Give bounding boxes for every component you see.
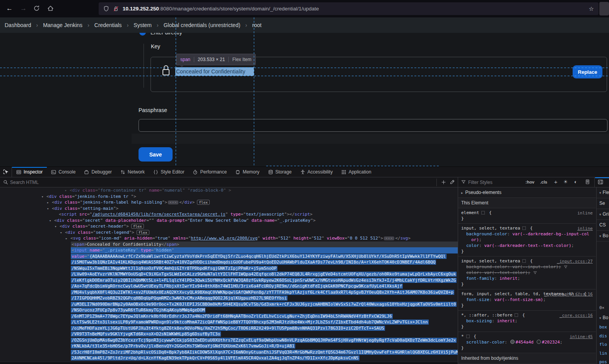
markup-value-line[interactable]: rKNLkbA/t3le35+bHOSe/p7PrbvOv/jlxBenvQY+…: [0, 343, 458, 349]
devtools-tab-performance[interactable]: Performance: [188, 167, 231, 177]
box-model-property[interactable]: flo: [597, 340, 609, 349]
layout-section-row[interactable]: ▾Gri: [597, 209, 609, 220]
devtools-tab-memory[interactable]: Memory: [231, 167, 263, 177]
eyedropper-icon[interactable]: [450, 180, 455, 185]
markup-line[interactable]: ▾<div class="secret-header">flex: [0, 223, 458, 230]
rule-source-link[interactable]: inline:45: [570, 334, 593, 340]
layout-section-row[interactable]: ▾Bo: [597, 231, 609, 242]
rule-selector[interactable]: input, select, textarea: [461, 226, 520, 231]
markup-line[interactable]: ▾<div class="secret" data-placeholder=""…: [0, 218, 458, 224]
pick-element-icon[interactable]: [0, 167, 12, 177]
css-declaration[interactable]: scrollbar-color: #454a4d #202324;: [466, 339, 589, 345]
highlight-selector-icon[interactable]: [522, 259, 526, 263]
markup-value-line[interactable]: /Ao+7qFdcQbimVgROrncCwyldwU5wtUEeyTLFRbj…: [0, 283, 458, 289]
property-name[interactable]: color: [466, 243, 479, 248]
save-button[interactable]: Save: [139, 147, 173, 162]
property-name[interactable]: font-family: [466, 276, 494, 281]
markup-value-line[interactable]: value="{AQAAABAAAAowLrfCrZx9baWliwrtCiwC…: [0, 253, 458, 260]
markup-value-line[interactable]: /I7IGPDQHHMZvobRBZ92QGPcq0BDqUpPQqmRMZc3…: [0, 295, 458, 301]
highlight-selector-icon[interactable]: [515, 313, 518, 317]
markup-value-line[interactable]: /VR9T3TnBeMQFsv9GKlYjvgKTd6Rx+oX+D2sN1WK…: [0, 331, 458, 337]
markup-value-line[interactable]: /MU4vlyqbhX0Fl4Q3u2IWTKl+xv2FUUmXx0EzAQ2…: [0, 289, 458, 296]
radio-icon[interactable]: [139, 33, 146, 36]
pseudo-elements-toggle[interactable]: ▸Pseudo-elements: [458, 187, 596, 198]
rule-selector[interactable]: *: [461, 334, 464, 339]
color-swatch[interactable]: [510, 340, 515, 344]
cls-toggle-button[interactable]: .cls: [540, 180, 547, 184]
css-declaration[interactable]: background-color: var(--darkreader-bg--i…: [466, 231, 589, 243]
markup-line[interactable]: ▸<svg class="icon-md" aria-hidden="true"…: [0, 235, 458, 242]
layout-section-row[interactable]: CS: [597, 220, 609, 231]
markup-line[interactable]: ▸<div class="jenkins-form-label help-sib…: [0, 199, 458, 206]
expand-dots-badge[interactable]: ···: [168, 201, 178, 204]
breadcrumb-item[interactable]: Global credentials (unrestricted): [164, 22, 240, 28]
dark-mode-icon[interactable]: ◐: [574, 179, 577, 185]
markup-line[interactable]: <span>Concealed for Confidentiality</spa…: [0, 242, 458, 248]
toggle-pane-icon[interactable]: [598, 179, 603, 185]
rule-source-link[interactable]: _core.scss:16: [559, 313, 593, 318]
markup-value-line[interactable]: /uM3ELI7Nd090DmrBNp2y0AmOBxOc9e9OrOoc+Tx…: [0, 301, 458, 308]
layout-section-row[interactable]: ▾Fle: [597, 187, 609, 198]
markup-value-line[interactable]: /LVw09+AoEYvzrVKlN7MWYOoUSqD+C9iXGxTgxSL…: [0, 271, 458, 277]
layout-section-row[interactable]: ▾Bo: [597, 313, 609, 323]
hov-toggle-button[interactable]: :hov: [525, 180, 534, 184]
markup-line[interactable]: ▾<div class="form-container tr" name="nu…: [0, 187, 458, 194]
devtools-tab-network[interactable]: Network: [116, 167, 149, 177]
rule-selector[interactable]: input, select, textarea: [461, 259, 520, 264]
flex-badge[interactable]: flex: [197, 200, 210, 205]
filter-styles-input[interactable]: Filter Styles: [468, 180, 493, 185]
highlight-selector-icon[interactable]: [481, 211, 485, 214]
css-declaration[interactable]: font-family: inherit;: [466, 276, 589, 281]
devtools-tab-storage[interactable]: Storage: [264, 167, 296, 177]
markup-value-line[interactable]: /NSWquI5xTmmEBi3NqpWWttJl1q9soOzFV0C4mhQ…: [0, 265, 458, 272]
add-rule-button[interactable]: +: [554, 179, 558, 185]
property-name[interactable]: scrollbar-color: [466, 340, 505, 345]
bookmark-star-icon[interactable]: ☆: [589, 5, 594, 12]
devtools-tab-console[interactable]: Console: [47, 167, 80, 177]
breadcrumb-item[interactable]: Dashboard: [5, 22, 31, 28]
markup-horizontal-scrollbar[interactable]: [0, 362, 458, 364]
markup-value-line[interactable]: /5JcrH8fI0mP8Z+ZoJrziMF2bhpRlvcOSiDq0+Bp…: [0, 349, 458, 355]
rule-source-link[interactable]: inline: [577, 226, 593, 231]
back-icon[interactable]: ←: [6, 5, 13, 12]
markup-line[interactable]: ▾<div class="jenkins-form-item tr ">: [0, 194, 458, 200]
box-model-property[interactable]: box: [597, 323, 609, 332]
property-name[interactable]: box-sizing: [466, 318, 492, 323]
markup-value-line[interactable]: /i5MOTww3b1QNzIAIv41KLKDgsq4WUAS5RBt4OZ7…: [0, 259, 458, 265]
devtools-tab-style-editor[interactable]: Style Editor: [149, 167, 188, 177]
markup-value-line[interactable]: 2AVNMCNCak45l/9PltdJrz+Uq/d+LXcnYfKagEN3…: [0, 355, 458, 361]
print-simulation-icon[interactable]: [585, 179, 590, 184]
css-declaration[interactable]: background-color: var(--input-color);: [466, 264, 589, 270]
markup-line[interactable]: ▾<div class="setting-main">: [0, 206, 458, 212]
markup-line[interactable]: ▾<div class="secret-legend">flex: [0, 230, 458, 236]
breadcrumb-item[interactable]: Credentials: [94, 22, 122, 28]
rule-selector[interactable]: *, ::after, ::before: [461, 313, 512, 318]
devtools-tab-inspector[interactable]: Inspector: [12, 167, 47, 177]
light-mode-icon[interactable]: ☀: [563, 179, 568, 185]
search-input[interactable]: Search HTML: [10, 180, 39, 185]
devtools-tab-debugger[interactable]: Debugger: [80, 167, 116, 177]
property-name[interactable]: background-color: [466, 231, 507, 236]
highlight-selector-icon[interactable]: [466, 335, 470, 338]
box-model-property[interactable]: pos: [597, 358, 609, 364]
home-icon[interactable]: [47, 5, 54, 12]
devtools-tab-application[interactable]: Application: [337, 167, 376, 177]
css-declaration[interactable]: color: var(--text-color);: [466, 270, 589, 276]
css-declaration[interactable]: color: var(--darkreader-text--text-color…: [466, 243, 589, 248]
overridden-filter-icon[interactable]: [564, 265, 568, 269]
shield-icon[interactable]: [103, 6, 109, 12]
layout-section-row[interactable]: Se: [597, 198, 609, 209]
highlight-selector-icon[interactable]: [522, 226, 526, 230]
breadcrumb-item[interactable]: System: [133, 22, 152, 28]
property-name[interactable]: background-color: [466, 264, 507, 269]
passphrase-input[interactable]: [139, 119, 607, 132]
markup-value-line[interactable]: /LtTSw9LE2to3ilsexiLP8y9FxamoWPWRDxgn9lv…: [0, 319, 458, 325]
rule-source-link[interactable]: inline: [577, 210, 593, 216]
rule-source-link[interactable]: _typography.scss:16: [544, 291, 593, 297]
overridden-filter-icon[interactable]: [533, 271, 537, 275]
css-declaration[interactable]: box-sizing: inherit;: [466, 318, 589, 324]
markup-value-line[interactable]: /NSOrucozJFUCp7p8v73ywR6tTuR6kmyTGjhKqAK…: [0, 307, 458, 313]
markup-value-line[interactable]: /oiMeFHOFazmYLjJG6pTUstU6PJXu3t4Yktg8Z6t…: [0, 325, 458, 332]
devtools-tab-accessibility[interactable]: Accessibility: [296, 167, 337, 177]
lock-slash-icon[interactable]: [113, 6, 119, 12]
